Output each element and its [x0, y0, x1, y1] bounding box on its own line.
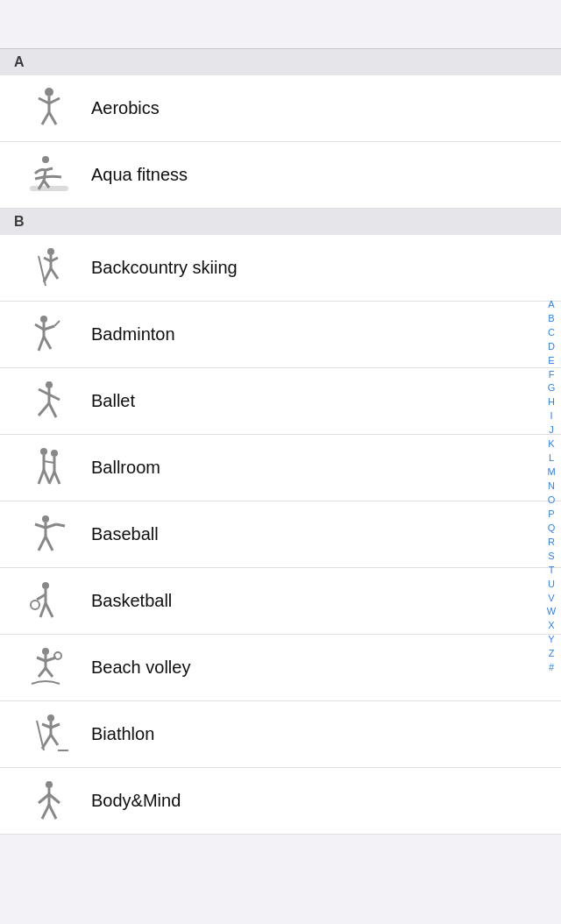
svg-line-25	[49, 394, 60, 400]
svg-rect-7	[30, 186, 68, 191]
svg-line-69	[42, 805, 49, 819]
sport-name-label: Aerobics	[91, 98, 160, 118]
alpha-index-s[interactable]: S	[548, 550, 554, 564]
alpha-index-v[interactable]: V	[548, 592, 554, 606]
svg-line-3	[49, 98, 60, 103]
sport-name-label: Ballroom	[91, 458, 160, 478]
svg-point-22	[46, 381, 53, 388]
svg-line-62	[51, 735, 58, 745]
alpha-index-h[interactable]: H	[548, 395, 555, 409]
list-item[interactable]: Badminton	[0, 302, 561, 368]
svg-line-43	[46, 537, 53, 551]
alpha-index-#[interactable]: #	[549, 661, 554, 675]
svg-point-57	[47, 714, 54, 721]
svg-point-6	[42, 156, 49, 163]
svg-line-20	[39, 337, 44, 351]
svg-point-44	[42, 582, 49, 589]
list-item[interactable]: Ballet	[0, 368, 561, 435]
header	[0, 0, 561, 49]
baseball-icon	[14, 512, 84, 558]
svg-point-28	[40, 448, 47, 455]
list-item[interactable]: Baseball	[0, 501, 561, 568]
alpha-index-k[interactable]: K	[548, 437, 554, 451]
sport-name-label: Baseball	[91, 524, 159, 544]
svg-point-65	[46, 781, 53, 788]
svg-line-14	[39, 256, 46, 286]
list-item[interactable]: Aerobics	[0, 75, 561, 142]
alpha-index-t[interactable]: T	[549, 564, 555, 578]
list-item[interactable]: Aqua fitness	[0, 142, 561, 209]
alpha-index-b[interactable]: B	[548, 312, 554, 326]
alpha-index-p[interactable]: P	[548, 508, 554, 522]
svg-line-49	[46, 603, 53, 617]
svg-point-29	[51, 450, 58, 457]
alpha-index-q[interactable]: Q	[548, 522, 556, 536]
sport-name-label: Backcountry skiing	[91, 258, 238, 278]
svg-point-15	[40, 316, 47, 323]
sport-name-label: Biathlon	[91, 724, 154, 744]
svg-line-67	[39, 794, 49, 803]
alpha-index-y[interactable]: Y	[548, 633, 554, 647]
alpha-index-l[interactable]: L	[549, 451, 554, 466]
svg-line-21	[44, 337, 51, 349]
svg-line-18	[44, 326, 54, 330]
basketball-icon	[14, 579, 84, 624]
list-item[interactable]: Basketball	[0, 568, 561, 635]
aerobics-icon	[14, 86, 84, 131]
svg-point-50	[42, 648, 49, 655]
aqua_fitness-icon	[14, 153, 84, 198]
alpha-index-z[interactable]: Z	[549, 647, 555, 661]
svg-line-27	[49, 403, 56, 417]
alpha-index-e[interactable]: E	[548, 354, 554, 368]
alpha-index-d[interactable]: D	[548, 340, 555, 354]
svg-point-0	[45, 88, 53, 96]
alpha-index-w[interactable]: W	[547, 605, 556, 619]
svg-point-47	[31, 601, 39, 609]
alpha-index-r[interactable]: R	[548, 536, 555, 550]
svg-line-39	[35, 524, 46, 528]
alpha-index-c[interactable]: C	[548, 326, 555, 340]
svg-line-68	[49, 794, 60, 803]
svg-line-2	[39, 98, 49, 103]
svg-line-33	[39, 470, 44, 484]
svg-line-32	[44, 461, 54, 463]
list-item[interactable]: Backcountry skiing	[0, 235, 561, 302]
svg-line-35	[49, 472, 54, 484]
svg-line-13	[51, 268, 58, 279]
alphabet-index[interactable]: ABCDEFGHIJKLMNOPQRSTUVWXYZ#	[542, 49, 561, 924]
alpha-index-o[interactable]: O	[548, 494, 556, 508]
svg-point-37	[42, 515, 49, 522]
svg-line-70	[49, 805, 56, 819]
alpha-index-u[interactable]: U	[548, 578, 555, 592]
svg-line-24	[39, 389, 49, 394]
ballet-icon	[14, 379, 84, 424]
sport-list: AAerobicsAqua fitnessBBackcountry skiing…	[0, 49, 561, 835]
svg-line-55	[39, 668, 46, 677]
svg-point-54	[54, 652, 61, 659]
alpha-index-g[interactable]: G	[548, 381, 556, 395]
alpha-index-f[interactable]: F	[549, 368, 555, 382]
svg-line-48	[40, 603, 46, 617]
svg-point-8	[47, 248, 54, 255]
badminton-icon	[14, 312, 84, 358]
section-header-a: A	[0, 49, 561, 75]
sport-name-label: Basketball	[91, 591, 172, 611]
alpha-index-x[interactable]: X	[548, 619, 554, 633]
list-item[interactable]: Ballroom	[0, 435, 561, 501]
alpha-index-i[interactable]: I	[550, 409, 552, 423]
backcountry_skiing-icon	[14, 245, 84, 291]
list-item[interactable]: Biathlon	[0, 701, 561, 768]
alpha-index-j[interactable]: J	[549, 423, 554, 437]
svg-line-4	[42, 112, 49, 124]
svg-line-42	[39, 537, 46, 551]
alpha-index-m[interactable]: M	[547, 466, 555, 480]
list-item[interactable]: Body&Mind	[0, 768, 561, 835]
svg-line-36	[54, 472, 60, 484]
alpha-index-a[interactable]: A	[548, 298, 554, 312]
sport-name-label: Body&Mind	[91, 791, 181, 811]
body_mind-icon	[14, 778, 84, 824]
list-item[interactable]: Beach volley	[0, 635, 561, 701]
sport-name-label: Badminton	[91, 324, 175, 345]
alpha-index-n[interactable]: N	[548, 480, 555, 494]
sport-name-label: Aqua fitness	[91, 165, 188, 185]
